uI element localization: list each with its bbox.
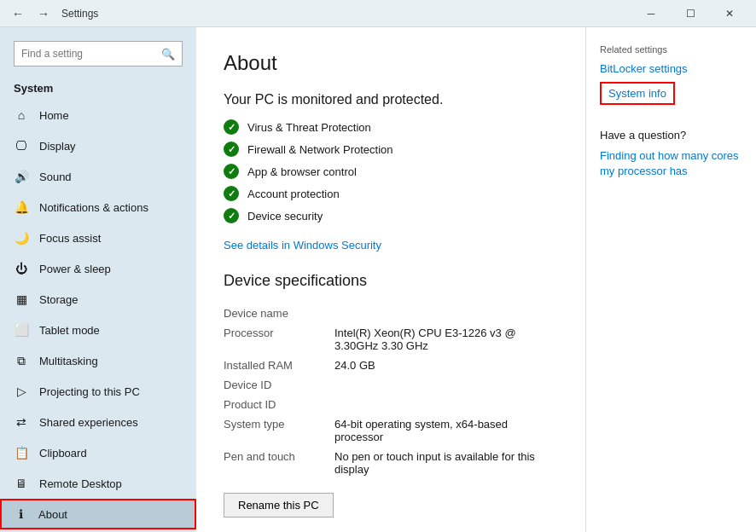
see-details-link[interactable]: See details in Windows Security	[224, 239, 381, 252]
sidebar-item-about[interactable]: ℹ About	[0, 499, 196, 529]
sidebar-item-label: Remote Desktop	[39, 477, 122, 490]
back-button[interactable]: ←	[7, 3, 29, 25]
spec-value: 64-bit operating system, x64-based proce…	[334, 414, 558, 447]
tablet-icon: ⬜	[14, 323, 29, 337]
protection-label-3: Account protection	[247, 188, 340, 200]
sidebar-item-label: Notifications & actions	[39, 201, 148, 214]
maximize-button[interactable]: ☐	[671, 0, 710, 27]
protection-item-0: Virus & Threat Protection	[224, 119, 558, 135]
have-question-label: Have a question?	[600, 129, 742, 142]
sidebar-item-power[interactable]: ⏻ Power & sleep	[0, 253, 196, 284]
page-title: About	[224, 51, 558, 75]
spec-label: Pen and touch	[224, 447, 334, 479]
display-icon: 🖵	[14, 139, 29, 153]
sound-icon: 🔊	[14, 170, 29, 183]
check-icon-0	[224, 119, 239, 135]
sidebar-item-remote[interactable]: 🖥 Remote Desktop	[0, 468, 196, 499]
spec-label: Device ID	[224, 375, 334, 395]
clipboard-icon: 📋	[14, 446, 29, 460]
sidebar-item-clipboard[interactable]: 📋 Clipboard	[0, 437, 196, 468]
sidebar-item-sound[interactable]: 🔊 Sound	[0, 161, 196, 192]
check-icon-2	[224, 164, 239, 179]
check-icon-1	[224, 142, 239, 157]
cores-question-link[interactable]: Finding out how many cores my processor …	[600, 149, 739, 177]
projecting-icon: ▷	[14, 385, 29, 398]
protection-label-2: App & browser control	[247, 165, 357, 178]
close-button[interactable]: ✕	[710, 0, 749, 27]
spec-value: No pen or touch input is available for t…	[334, 447, 558, 479]
main-content: About Your PC is monitored and protected…	[196, 27, 585, 532]
sidebar-item-label: Multitasking	[39, 355, 98, 367]
protection-item-1: Firewall & Network Protection	[224, 142, 558, 157]
sidebar-item-label: Shared experiences	[39, 416, 138, 429]
table-row: ProcessorIntel(R) Xeon(R) CPU E3-1226 v3…	[224, 323, 558, 356]
device-specs-title: Device specifications	[224, 272, 558, 290]
focus-icon: 🌙	[14, 231, 29, 245]
sidebar-item-home[interactable]: ⌂ Home	[0, 100, 196, 130]
sidebar-item-tablet[interactable]: ⬜ Tablet mode	[0, 315, 196, 345]
shared-icon: ⇄	[14, 415, 29, 429]
protection-item-2: App & browser control	[224, 164, 558, 179]
multitasking-icon: ⧉	[14, 354, 29, 368]
table-row: Product ID	[224, 395, 558, 414]
app-body: 🔍 System ⌂ Home 🖵 Display 🔊 Sound 🔔 Noti…	[0, 27, 756, 532]
search-box[interactable]: 🔍	[14, 41, 183, 66]
content-inner: About Your PC is monitored and protected…	[224, 51, 558, 532]
protection-item-4: Device security	[224, 208, 558, 223]
protection-label-1: Firewall & Network Protection	[247, 143, 393, 156]
sidebar-item-label: Storage	[39, 293, 79, 306]
protection-item-3: Account protection	[224, 186, 558, 201]
sidebar-item-notifications[interactable]: 🔔 Notifications & actions	[0, 192, 196, 223]
system-section-label: System	[0, 73, 196, 100]
sidebar-item-label: Display	[39, 140, 76, 153]
protection-label-4: Device security	[247, 210, 323, 223]
check-icon-4	[224, 208, 239, 223]
sidebar: 🔍 System ⌂ Home 🖵 Display 🔊 Sound 🔔 Noti…	[0, 27, 196, 532]
sidebar-item-label: Clipboard	[39, 447, 87, 460]
spec-label: Product ID	[224, 395, 334, 414]
system-info-link[interactable]: System info	[608, 87, 666, 100]
related-settings-label: Related settings	[600, 44, 742, 55]
sidebar-item-label: Projecting to this PC	[39, 385, 140, 398]
sidebar-item-shared[interactable]: ⇄ Shared experiences	[0, 407, 196, 437]
about-icon: ℹ	[13, 507, 28, 521]
nav-buttons: ← →	[7, 3, 55, 25]
app-title: Settings	[61, 8, 98, 20]
protection-label-0: Virus & Threat Protection	[247, 121, 371, 134]
table-row: Installed RAM24.0 GB	[224, 356, 558, 375]
sidebar-item-projecting[interactable]: ▷ Projecting to this PC	[0, 376, 196, 407]
titlebar: ← → Settings ─ ☐ ✕	[0, 0, 756, 27]
sidebar-item-storage[interactable]: ▦ Storage	[0, 284, 196, 315]
spec-label: Processor	[224, 323, 334, 356]
spec-value	[334, 395, 558, 414]
storage-icon: ▦	[14, 292, 29, 306]
spec-value	[334, 375, 558, 395]
window-controls: ─ ☐ ✕	[631, 0, 749, 27]
table-row: Device ID	[224, 375, 558, 395]
right-panel: Related settings BitLocker settings Syst…	[585, 27, 756, 532]
sidebar-item-label: Home	[39, 109, 69, 122]
sidebar-item-multitasking[interactable]: ⧉ Multitasking	[0, 345, 196, 376]
sidebar-item-label: Sound	[39, 171, 72, 183]
search-input[interactable]	[21, 48, 161, 60]
bitlocker-link[interactable]: BitLocker settings	[600, 61, 742, 77]
sidebar-item-label: About	[38, 508, 67, 521]
forward-button[interactable]: →	[32, 3, 55, 25]
table-row: Device name	[224, 304, 558, 323]
spec-label: Device name	[224, 304, 334, 323]
spec-value: 24.0 GB	[334, 356, 558, 375]
table-row: System type64-bit operating system, x64-…	[224, 414, 558, 447]
rename-pc-button[interactable]: Rename this PC	[224, 493, 334, 518]
notifications-icon: 🔔	[14, 200, 29, 214]
sidebar-item-display[interactable]: 🖵 Display	[0, 130, 196, 161]
sidebar-item-focus[interactable]: 🌙 Focus assist	[0, 223, 196, 253]
search-icon: 🔍	[161, 48, 175, 61]
spec-label: Installed RAM	[224, 356, 334, 375]
sidebar-header: 🔍	[0, 27, 196, 73]
table-row: Pen and touchNo pen or touch input is av…	[224, 447, 558, 479]
minimize-button[interactable]: ─	[631, 0, 671, 27]
titlebar-left: ← → Settings	[7, 3, 98, 25]
check-icon-3	[224, 186, 239, 201]
spec-table: Device nameProcessorIntel(R) Xeon(R) CPU…	[224, 304, 558, 479]
spec-value	[334, 304, 558, 323]
